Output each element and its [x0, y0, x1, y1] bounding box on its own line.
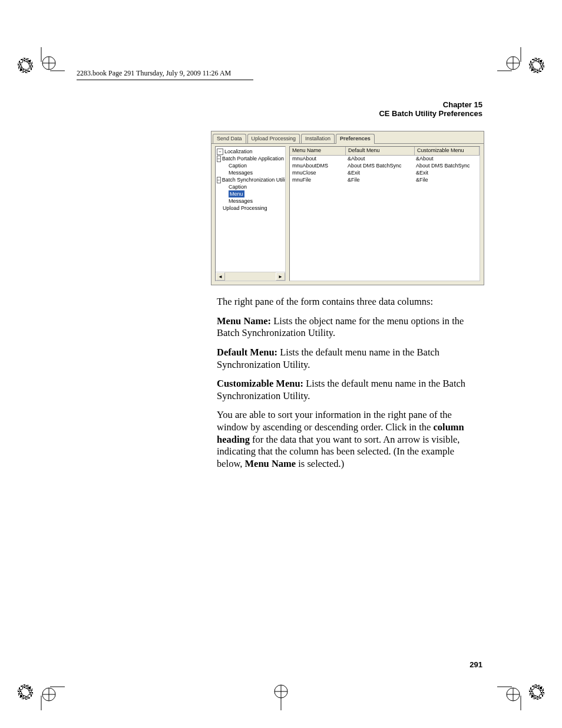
book-header: 2283.book Page 291 Thursday, July 9, 200…	[77, 69, 253, 80]
cell: mnuAboutDMS	[290, 163, 345, 170]
tab-installation[interactable]: Installation	[301, 134, 335, 143]
tree-label: Messages	[229, 169, 253, 176]
tree-scrollbar[interactable]: ◄ ►	[216, 272, 285, 281]
tab-upload-processing[interactable]: Upload Processing	[247, 134, 300, 143]
scroll-right-icon[interactable]: ►	[276, 272, 285, 281]
data-grid-pane: Menu Name Default Menu Customizable Menu…	[289, 146, 480, 281]
tree-node-caption2[interactable]: Caption	[217, 183, 284, 190]
tree-label: Batch Synchronization Utility	[222, 176, 286, 183]
tree-node-batch-sync[interactable]: −Batch Synchronization Utility	[217, 176, 284, 183]
cell: mnuClose	[290, 170, 345, 177]
crop-mark-br	[497, 663, 544, 710]
chapter-label: Chapter 15	[379, 100, 482, 109]
tree-node-menu[interactable]: Menu	[217, 190, 284, 197]
paragraph: Customizable Menu: Lists the default men…	[217, 378, 482, 402]
term-menu-name: Menu Name:	[217, 315, 271, 327]
tree-node-localization[interactable]: −Localization	[217, 148, 284, 155]
tree-label: Batch Portable Application	[222, 155, 284, 162]
data-grid: mnuAbout&About&About mnuAboutDMSAbout DM…	[290, 156, 480, 281]
text: You are able to sort your information in…	[217, 409, 452, 433]
tree-node-batch-portable[interactable]: −Batch Portable Application	[217, 155, 284, 162]
table-row[interactable]: mnuAbout&About&About	[290, 156, 480, 163]
cell: &Exit	[345, 170, 414, 177]
paragraph: Default Menu: Lists the default menu nam…	[217, 347, 482, 371]
term-default-menu: Default Menu:	[217, 347, 277, 358]
crop-mark-tr	[497, 47, 544, 94]
body-text: The right pane of the form contains thre…	[217, 296, 482, 477]
paragraph: Menu Name: Lists the object name for the…	[217, 315, 482, 340]
cell: mnuAbout	[290, 156, 345, 163]
term-menu-name-2: Menu Name	[245, 458, 296, 469]
collapse-icon[interactable]: −	[217, 156, 221, 162]
crop-mark-bm	[257, 663, 305, 710]
tree-label: Localization	[224, 148, 253, 155]
tab-send-data[interactable]: Send Data	[213, 134, 246, 143]
cell: About DMS BatchSync	[414, 163, 480, 170]
tree-node-messages[interactable]: Messages	[217, 169, 284, 176]
tree-node-caption[interactable]: Caption	[217, 162, 284, 169]
tab-strip: Send Data Upload Processing Installation…	[211, 131, 484, 143]
cell: &File	[345, 177, 414, 184]
cell: &About	[345, 156, 414, 163]
preferences-screenshot: Send Data Upload Processing Installation…	[211, 131, 484, 285]
paragraph: The right pane of the form contains thre…	[217, 296, 482, 308]
tree-label: Caption	[229, 162, 247, 169]
table-row[interactable]: mnuFile&File&File	[290, 177, 480, 184]
table-row[interactable]: mnuClose&Exit&Exit	[290, 170, 480, 177]
crop-mark-tl	[18, 47, 65, 94]
collapse-icon[interactable]: −	[217, 177, 221, 183]
cell: &About	[414, 156, 480, 163]
tree-pane: −Localization −Batch Portable Applicatio…	[215, 146, 286, 281]
tree-node-upload-processing[interactable]: Upload Processing	[217, 205, 284, 212]
scroll-left-icon[interactable]: ◄	[216, 272, 225, 281]
term-customizable-menu: Customizable Menu:	[217, 378, 303, 389]
tab-preferences[interactable]: Preferences	[336, 134, 375, 144]
paragraph: You are able to sort your information in…	[217, 409, 482, 470]
cell: &Exit	[414, 170, 480, 177]
cell: &File	[414, 177, 480, 184]
cell: About DMS BatchSync	[345, 163, 414, 170]
collapse-icon[interactable]: −	[217, 149, 223, 155]
tree-label-selected: Menu	[229, 190, 244, 197]
tree-label: Caption	[229, 183, 247, 190]
table-row[interactable]: mnuAboutDMSAbout DMS BatchSyncAbout DMS …	[290, 163, 480, 170]
tree-label: Messages	[229, 197, 253, 205]
col-customizable-menu[interactable]: Customizable Menu	[415, 147, 480, 155]
text: is selected.)	[296, 458, 344, 469]
col-default-menu[interactable]: Default Menu	[346, 147, 415, 155]
page-title: CE Batch Utility Preferences	[379, 109, 482, 118]
cell: mnuFile	[290, 177, 345, 184]
col-menu-name[interactable]: Menu Name	[290, 147, 346, 155]
tree-label: Upload Processing	[223, 205, 267, 212]
page-number: 291	[470, 660, 482, 669]
page-header: Chapter 15 CE Batch Utility Preferences	[379, 100, 482, 118]
column-headers: Menu Name Default Menu Customizable Menu	[290, 147, 480, 156]
crop-mark-bl	[18, 663, 65, 710]
tree-node-messages2[interactable]: Messages	[217, 197, 284, 205]
